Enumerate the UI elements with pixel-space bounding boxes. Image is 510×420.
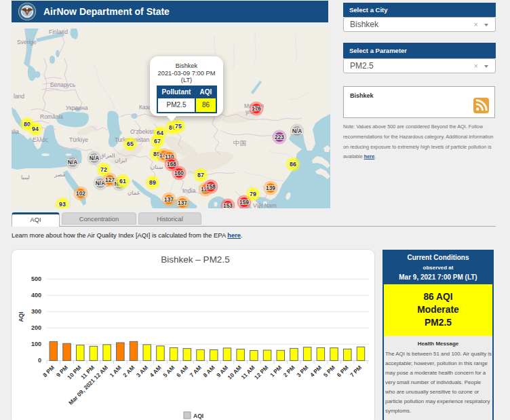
svg-text:65: 65 [127,140,134,147]
svg-text:223: 223 [275,134,284,140]
svg-text:94: 94 [32,126,39,132]
svg-text:AQI: AQI [193,413,203,419]
svg-text:87: 87 [197,172,204,178]
svg-text:Italia: Italia [12,128,19,135]
svg-text:160: 160 [174,170,184,176]
svg-text:1 PM: 1 PM [269,364,283,379]
svg-text:Finland: Finland [49,28,68,35]
svg-text:137: 137 [178,199,187,206]
svg-text:100: 100 [31,341,41,347]
svg-text:7 PM: 7 PM [349,364,363,379]
svg-text:6 AM: 6 AM [175,364,189,379]
svg-text:ليبيا: ليبيا [21,174,30,180]
svg-text:مصر: مصر [54,171,66,178]
svg-text:România: România [40,113,63,120]
svg-text:1 AM: 1 AM [108,364,122,379]
svg-text:5 PM: 5 PM [322,364,336,379]
svg-text:3 PM: 3 PM [295,364,309,379]
svg-text:168: 168 [167,161,176,168]
svg-text:N/A: N/A [292,128,302,134]
svg-text:300: 300 [31,308,41,315]
svg-text:0: 0 [38,357,41,364]
svg-text:158: 158 [206,183,216,190]
svg-text:8 PM: 8 PM [41,364,56,379]
svg-text:93: 93 [59,201,66,208]
svg-text:N/A: N/A [68,159,77,166]
svg-text:Việt Nam: Việt Nam [253,202,277,208]
svg-text:8 AM: 8 AM [201,364,216,379]
svg-text:العراق: العراق [100,152,115,159]
svg-text:61: 61 [119,178,126,185]
svg-text:11 AM: 11 AM [239,364,256,381]
svg-text:6 PM: 6 PM [336,364,350,379]
svg-text:5 AM: 5 AM [161,364,176,379]
svg-text:7 AM: 7 AM [189,364,203,379]
svg-text:中国: 中国 [233,139,246,147]
svg-text:12 PM: 12 PM [253,364,269,381]
svg-text:79: 79 [250,191,256,197]
svg-text:10 PM: 10 PM [66,364,82,381]
svg-text:Беларусь: Беларусь [50,81,76,88]
svg-text:2 AM: 2 AM [121,364,136,379]
svg-text:3 AM: 3 AM [135,364,149,379]
svg-text:2 PM: 2 PM [282,364,296,379]
svg-text:72: 72 [100,166,107,173]
svg-text:India: India [182,187,196,194]
svg-text:عمان: عمان [128,189,140,196]
svg-text:500: 500 [31,275,41,282]
svg-text:200: 200 [31,324,41,331]
svg-text:153: 153 [223,202,233,208]
svg-text:89: 89 [149,179,156,186]
svg-text:75: 75 [175,123,182,130]
svg-text:Türkiye: Türkiye [69,136,88,143]
svg-text:67: 67 [154,138,161,145]
svg-text:land: land [14,93,24,100]
svg-text:4 AM: 4 AM [149,364,163,379]
svg-text:AQI: AQI [18,311,24,322]
svg-text:Bishkek – PM2.5: Bishkek – PM2.5 [161,254,229,265]
svg-text:86: 86 [290,161,296,168]
svg-text:Украина: Украина [66,104,88,111]
svg-text:ايران: ايران [115,157,127,164]
svg-text:137: 137 [164,196,174,203]
svg-text:176: 176 [252,105,261,112]
svg-text:139: 139 [266,185,275,191]
svg-text:159: 159 [239,199,249,206]
svg-text:Sverige: Sverige [17,39,37,45]
svg-text:400: 400 [31,292,41,299]
svg-text:102: 102 [76,190,85,197]
svg-text:ستان: ستان [151,164,163,170]
svg-text:N/A: N/A [90,155,99,161]
svg-text:Ελλάς: Ελλάς [33,136,48,143]
svg-text:10 AM: 10 AM [226,364,243,381]
svg-text:4 PM: 4 PM [309,364,323,379]
